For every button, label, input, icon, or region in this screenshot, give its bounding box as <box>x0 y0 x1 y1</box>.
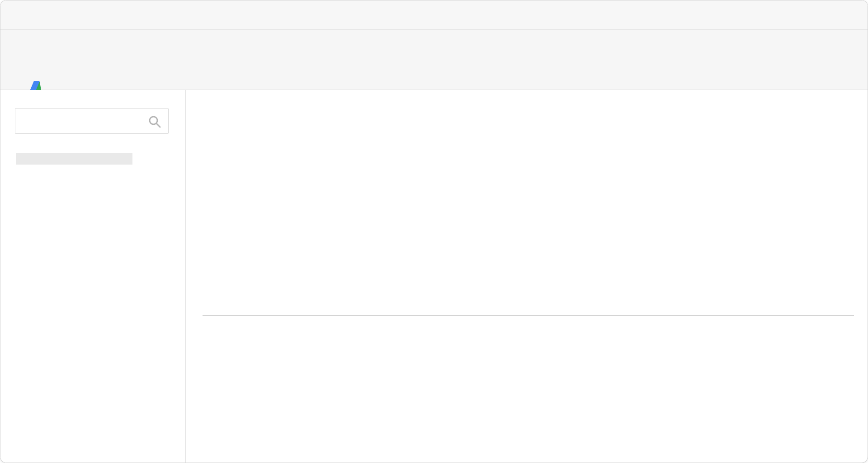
sidebar-section-bar[interactable] <box>16 153 132 165</box>
sidebar <box>0 90 186 463</box>
app-header <box>0 30 868 90</box>
search-icon[interactable] <box>148 115 161 128</box>
window-titlebar <box>0 0 868 30</box>
search-input[interactable] <box>20 111 142 131</box>
app-window <box>0 0 868 463</box>
campaigns-table <box>203 315 854 316</box>
sidebar-searchbox <box>15 108 169 134</box>
